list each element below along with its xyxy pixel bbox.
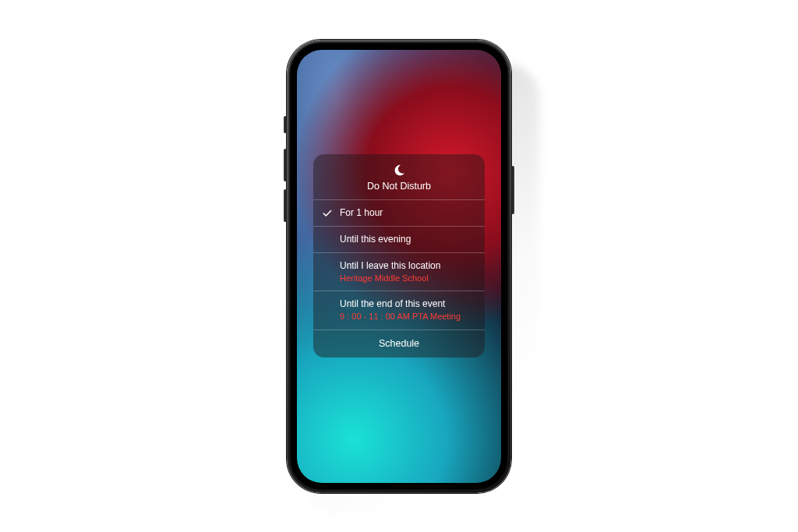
phone-frame: Do Not Disturb For 1 hour xyxy=(287,40,511,493)
option-sublabel: Heritage Middle School xyxy=(340,273,475,284)
option-until-leave-location[interactable]: Until I leave this location Heritage Mid… xyxy=(313,253,485,292)
checkmark-icon xyxy=(321,207,334,219)
volume-down-button[interactable] xyxy=(284,189,287,222)
option-label: Until I leave this location xyxy=(340,260,475,272)
panel-header: Do Not Disturb xyxy=(313,154,485,200)
dnd-panel: Do Not Disturb For 1 hour xyxy=(313,154,485,358)
options-list: For 1 hour Until this evening Until I le… xyxy=(313,200,485,331)
power-button[interactable] xyxy=(511,166,514,214)
mute-switch[interactable] xyxy=(284,116,287,133)
moon-icon xyxy=(392,164,406,178)
option-for-1-hour[interactable]: For 1 hour xyxy=(313,200,485,227)
option-label: For 1 hour xyxy=(340,207,475,219)
option-until-end-of-event[interactable]: Until the end of this event 9 : 00 - 11 … xyxy=(313,291,485,330)
phone-screen: Do Not Disturb For 1 hour xyxy=(297,50,501,483)
option-until-this-evening[interactable]: Until this evening xyxy=(313,227,485,253)
phone-bezel: Do Not Disturb For 1 hour xyxy=(289,42,509,491)
option-label: Until this evening xyxy=(340,234,475,245)
panel-title: Do Not Disturb xyxy=(313,181,485,192)
volume-up-button[interactable] xyxy=(284,149,287,181)
option-label: Until the end of this event xyxy=(340,298,475,310)
option-sublabel: 9 : 00 - 11 : 00 AM PTA Meeting xyxy=(340,312,475,322)
schedule-button[interactable]: Schedule xyxy=(313,330,485,358)
